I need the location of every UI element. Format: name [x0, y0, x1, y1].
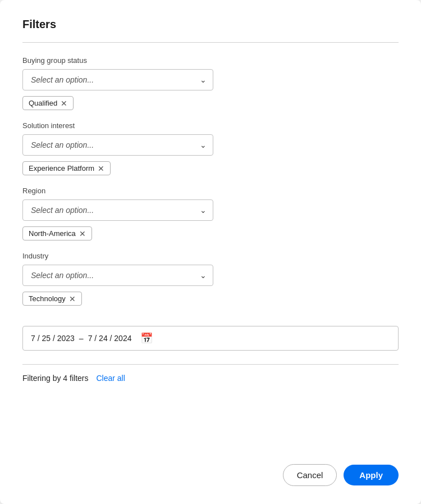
qualified-tag-label: Qualified [29, 99, 57, 107]
modal-title: Filters [22, 18, 399, 31]
date-range-end: 7 / 24 / 2024 [88, 334, 132, 343]
footer-row: Filtering by 4 filters Clear all [22, 374, 399, 383]
filtering-by-text: Filtering by 4 filters [22, 374, 88, 383]
solution-interest-select[interactable]: Select an option... [22, 134, 213, 156]
industry-tags: Technology ✕ [22, 292, 399, 306]
buying-group-status-select-wrapper: Select an option... ⌄ [22, 69, 213, 90]
filters-modal: Filters Buying group status Select an op… [0, 0, 421, 504]
industry-select-wrapper: Select an option... ⌄ [22, 265, 213, 286]
solution-interest-section: Solution interest Select an option... ⌄ … [22, 121, 399, 175]
date-range-start: 7 / 25 / 2023 [31, 334, 75, 343]
technology-tag-label: Technology [29, 294, 66, 303]
experience-platform-tag-label: Experience Platform [29, 164, 94, 172]
spacer [22, 383, 399, 446]
title-divider [22, 42, 399, 43]
footer-divider [22, 364, 399, 365]
action-row: Cancel Apply [22, 464, 399, 486]
solution-interest-tags: Experience Platform ✕ [22, 161, 399, 175]
solution-interest-label: Solution interest [22, 121, 399, 130]
buying-group-status-select[interactable]: Select an option... [22, 69, 213, 90]
cancel-button[interactable]: Cancel [283, 464, 337, 486]
region-select-wrapper: Select an option... ⌄ [22, 199, 213, 221]
experience-platform-tag: Experience Platform ✕ [22, 161, 111, 175]
region-label: Region [22, 187, 399, 195]
buying-group-status-label: Buying group status [22, 56, 399, 65]
technology-tag: Technology ✕ [22, 292, 82, 306]
industry-select[interactable]: Select an option... [22, 265, 213, 286]
region-select[interactable]: Select an option... [22, 199, 213, 221]
region-section: Region Select an option... ⌄ North-Ameri… [22, 187, 399, 240]
north-america-tag-label: North-America [29, 229, 76, 238]
solution-interest-select-wrapper: Select an option... ⌄ [22, 134, 213, 156]
qualified-tag: Qualified ✕ [22, 96, 74, 110]
calendar-icon[interactable]: 📅 [140, 332, 153, 344]
experience-platform-tag-remove[interactable]: ✕ [98, 165, 104, 172]
north-america-tag-remove[interactable]: ✕ [79, 230, 86, 238]
qualified-tag-remove[interactable]: ✕ [61, 99, 67, 107]
region-tags: North-America ✕ [22, 226, 399, 240]
technology-tag-remove[interactable]: ✕ [69, 295, 76, 303]
buying-group-status-section: Buying group status Select an option... … [22, 56, 399, 110]
date-range-separator: – [79, 334, 84, 343]
date-range-picker[interactable]: 7 / 25 / 2023 – 7 / 24 / 2024 📅 [22, 326, 399, 351]
industry-section: Industry Select an option... ⌄ Technolog… [22, 252, 399, 306]
north-america-tag: North-America ✕ [22, 226, 92, 240]
buying-group-status-tags: Qualified ✕ [22, 96, 399, 110]
industry-label: Industry [22, 252, 399, 260]
apply-button[interactable]: Apply [344, 465, 399, 485]
clear-all-button[interactable]: Clear all [96, 374, 125, 383]
